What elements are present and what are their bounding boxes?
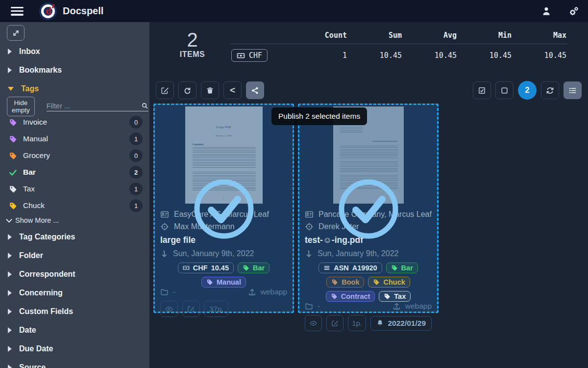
concerning-text: Max Mustermann [174,222,235,231]
sidebar-item-bookmarks[interactable]: Bookmarks [0,61,149,79]
edit-selected-button[interactable] [156,81,174,99]
sync-icon [546,86,554,95]
asn-badge: ASN A19920 [318,263,382,273]
item-card-test-ing[interactable]: Pancake Company, Marcus Leaf Derek Jeter… [298,104,439,313]
logo-accent [52,3,55,8]
sidebar-item-inbox[interactable]: Inbox [0,42,149,61]
tag-badge-contract[interactable]: Contract [326,291,375,302]
user-icon[interactable] [541,6,552,17]
tag-count-badge: 2 [129,166,143,179]
settings-gears-icon[interactable] [568,6,579,17]
tag-icon [331,293,338,300]
tag-name: Manual [23,134,48,143]
tag-label: Bar [401,264,413,272]
sidebar: Inbox Bookmarks Tags Hide empty Invoice … [0,22,149,368]
preview-page-number: 1 [185,197,263,199]
tag-row-tax[interactable]: Tax 1 [0,181,149,197]
delete-selected-button[interactable] [201,81,219,99]
select-all-button[interactable] [473,81,491,99]
item-count-label: ITEMS [154,50,230,59]
tag-icon [9,185,17,193]
item-title[interactable]: test-☺-ing.pdf [305,235,432,245]
stat-value-count: 1 [293,44,348,67]
docspell-logo: d [39,2,57,20]
caret-right-icon [8,234,12,240]
caret-right-icon [8,346,12,352]
tag-label: Book [342,278,359,286]
target-icon [160,222,169,231]
tag-icon [373,279,380,286]
folder-value: - [173,288,175,296]
search-stats: 2 ITEMS Count Sum Avg Min Max [149,22,588,67]
tag-badge-chuck[interactable]: Chuck [368,277,410,288]
table-row: CHF 1 10.45 10.45 10.45 10.45 [230,44,567,67]
collapse-sidebar-button[interactable] [7,25,24,41]
tag-badge-manual[interactable]: Manual [201,277,246,288]
address-card-icon [160,210,169,219]
share-icon [251,86,259,95]
show-more-tags[interactable]: Show More ... [0,214,149,227]
hide-empty-button[interactable]: Hide empty [7,97,35,116]
tag-badge-bar[interactable]: Bar [386,263,418,273]
tag-badge-bar[interactable]: Bar [238,263,270,273]
show-more-label: Show More ... [15,216,59,224]
tag-badge-tax[interactable]: Tax [379,291,411,302]
sidebar-item-label: Source [19,363,46,368]
tag-icon [384,293,391,300]
concerning-line: Max Mustermann [160,220,287,233]
sidebar-item-folder[interactable]: Folder [0,246,149,265]
edit-item-button[interactable] [326,315,343,331]
currency-label: CHF [249,51,262,60]
caret-right-icon [8,290,12,296]
preview-title: Large PDF [185,125,263,129]
tag-icon [9,135,17,143]
preview-date: October 1, 2020 [185,134,263,137]
sidebar-item-tags[interactable]: Tags [0,79,149,98]
sidebar-item-date[interactable]: Date [0,321,149,340]
sidebar-item-label: Due Date [19,344,53,353]
stats-header-spacer [230,28,293,44]
tag-row-invoice[interactable]: Invoice 0 [0,114,149,131]
card-footer: - webapp [155,288,293,296]
sidebar-item-correspondent[interactable]: Correspondent [0,265,149,284]
tag-row-grocery[interactable]: Grocery 0 [0,147,149,164]
item-card-large-file[interactable]: Large PDF October 1, 2020 Contents 1 Eas… [153,104,294,313]
money-amount: 10.45 [211,264,229,272]
edit-item-button[interactable] [182,301,200,317]
tag-badge-book[interactable]: Book [326,277,364,288]
caret-right-icon [8,365,12,368]
item-title[interactable]: large file [160,235,287,245]
caret-right-icon [8,49,12,54]
correspondent-line: Pancake Company, Marcus Leaf [305,208,432,220]
sidebar-item-custom-fields[interactable]: Custom Fields [0,302,149,321]
refresh-button[interactable] [541,81,559,99]
sidebar-item-source[interactable]: Source [0,358,149,368]
list-view-icon [568,86,577,95]
item-card-list: Publish 2 selected items Large PDF Octob… [149,104,588,313]
arrow-down-icon [305,250,313,258]
tag-row-manual[interactable]: Manual 1 [0,131,149,147]
view-toggle-button[interactable] [564,81,582,99]
publish-selected-button[interactable] [246,81,264,99]
tag-icon [391,264,398,271]
sidebar-item-label: Folder [19,251,43,260]
tag-row-bar-selected[interactable]: Bar 2 [0,164,149,181]
sidebar-item-due-date[interactable]: Due Date [0,340,149,358]
tag-filter-input[interactable] [47,102,138,110]
stat-value-min: 10.45 [458,44,513,67]
reprocess-selected-button[interactable] [178,81,196,99]
sidebar-item-concerning[interactable]: Concerning [0,284,149,302]
merge-selected-button[interactable]: < [223,81,242,99]
menu-icon[interactable] [11,7,24,16]
tag-row-chuck[interactable]: Chuck 1 [0,197,149,214]
deselect-all-button[interactable] [495,81,514,99]
preview-text-block [340,146,398,158]
search-icon [141,102,148,109]
preview-item-button[interactable] [160,301,178,317]
sidebar-item-label: Bookmarks [19,66,62,75]
currency-chip: CHF [231,49,268,62]
tag-label: Manual [217,278,241,286]
stats-column-header: Sum [348,28,403,44]
sidebar-item-tag-categories[interactable]: Tag Categories [0,228,149,246]
preview-item-button[interactable] [305,315,322,331]
